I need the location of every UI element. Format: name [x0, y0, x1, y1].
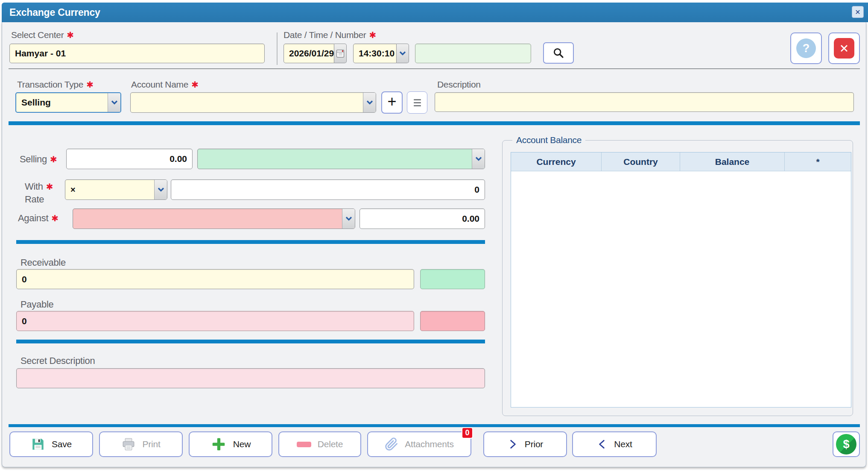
column-header-country[interactable]: Country [602, 152, 680, 171]
form-divider-blue [16, 240, 485, 244]
add-account-button[interactable]: + [381, 91, 403, 114]
print-button[interactable]: Print [99, 431, 183, 457]
description-input[interactable] [435, 92, 854, 112]
calendar-icon [336, 49, 345, 58]
chevron-down-icon [475, 157, 482, 161]
help-icon: ? [796, 38, 816, 58]
payable-input[interactable]: 0 [16, 311, 414, 331]
calendar-button[interactable] [334, 44, 347, 63]
date-time-number-label: Date / Time / Number✱ [283, 30, 376, 40]
titlebar: Exchange Currency ✕ [2, 3, 868, 22]
selling-currency-select[interactable] [197, 149, 485, 169]
chevron-down-icon [111, 100, 118, 105]
prior-button[interactable]: Prior [483, 431, 567, 457]
date-input[interactable]: 2026/01/29 [283, 44, 334, 63]
rate-operator-dropdown-arrow[interactable] [154, 180, 167, 199]
new-button[interactable]: New [189, 431, 272, 457]
account-name-label: Account Name✱ [131, 79, 199, 90]
search-button[interactable] [543, 42, 574, 64]
attachments-button[interactable]: Attachments 0 [367, 431, 471, 457]
save-icon [31, 437, 45, 451]
receivable-label: Receivable [20, 257, 66, 268]
help-button[interactable]: ? [790, 32, 822, 64]
column-header-currency[interactable]: Currency [511, 152, 602, 171]
against-currency-dropdown-arrow[interactable] [342, 209, 355, 229]
dollar-icon: $ [836, 434, 856, 454]
close-icon: ✕ [834, 38, 854, 59]
toolbar-divider [9, 424, 860, 427]
selling-currency-dropdown-arrow[interactable] [472, 149, 485, 169]
plus-icon [210, 436, 227, 452]
required-marker: ✱ [86, 79, 93, 90]
secret-description-input[interactable] [16, 368, 485, 388]
account-balance-table-header: Currency Country Balance * [511, 152, 851, 171]
time-input[interactable]: 14:30:10 [353, 44, 397, 63]
select-center-input[interactable]: Hamyar - 01 [9, 44, 265, 63]
required-marker: ✱ [369, 30, 376, 40]
delete-button[interactable]: Delete [278, 431, 361, 457]
selling-label: Selling✱ [20, 154, 57, 165]
search-icon [552, 47, 564, 59]
minus-icon [297, 442, 311, 447]
account-balance-legend: Account Balance [512, 135, 585, 145]
account-name-select[interactable] [130, 92, 376, 113]
select-center-label: Select Center✱ [11, 30, 74, 40]
account-balance-table: Currency Country Balance * [511, 152, 851, 408]
rate-input[interactable]: 0 [171, 179, 485, 200]
close-dialog-button[interactable]: ✕ [828, 32, 860, 64]
titlebar-close-button[interactable]: ✕ [852, 6, 864, 18]
transaction-type-dropdown-arrow[interactable] [108, 93, 120, 112]
column-header-balance[interactable]: Balance [680, 152, 785, 171]
receivable-input[interactable]: 0 [16, 269, 414, 289]
section-divider-blue [9, 121, 860, 125]
against-currency-select[interactable] [73, 208, 355, 229]
chevron-down-icon [345, 217, 352, 221]
header-separator [277, 32, 278, 65]
payable-label: Payable [20, 299, 53, 310]
required-marker: ✱ [50, 154, 57, 164]
exchange-currency-window: Exchange Currency ✕ Select Center✱ Hamya… [0, 0, 868, 472]
rate-operator-select[interactable]: × [65, 179, 167, 200]
paperclip-icon [385, 437, 398, 451]
next-button[interactable]: Next [572, 431, 657, 457]
account-menu-button[interactable] [407, 91, 427, 114]
chevron-down-icon [399, 51, 406, 56]
print-icon [121, 437, 136, 451]
transaction-type-label: Transaction Type✱ [17, 79, 94, 90]
form-divider-blue-2 [16, 340, 485, 343]
plus-icon: + [387, 93, 396, 111]
selling-amount-input[interactable]: 0.00 [66, 149, 193, 169]
with-rate-label: With✱ Rate [25, 181, 53, 205]
section-divider [9, 68, 860, 70]
chevron-down-icon [158, 188, 164, 192]
required-marker: ✱ [191, 79, 198, 90]
titlebar-close-icon: ✕ [855, 8, 860, 16]
chevron-left-icon [596, 439, 608, 450]
account-name-dropdown-arrow[interactable] [363, 93, 376, 112]
window-title: Exchange Currency [9, 7, 100, 18]
secret-description-label: Secret Description [20, 355, 95, 366]
against-label: Against✱ [18, 213, 58, 224]
transaction-type-select[interactable]: Selling [15, 92, 121, 113]
description-label: Description [437, 79, 481, 90]
attachments-count-badge: 0 [462, 427, 473, 439]
required-marker: ✱ [67, 30, 73, 40]
currency-rates-button[interactable]: $ [833, 431, 860, 457]
payable-currency-box [420, 311, 485, 331]
menu-icon [414, 99, 421, 106]
against-amount-input[interactable]: 0.00 [359, 208, 485, 229]
required-marker: ✱ [46, 182, 53, 192]
chevron-down-icon [366, 100, 373, 105]
account-balance-table-body [511, 171, 851, 407]
required-marker: ✱ [51, 213, 58, 223]
time-dropdown-button[interactable] [397, 44, 409, 63]
chevron-right-icon [507, 439, 518, 450]
column-header-star[interactable]: * [785, 152, 851, 171]
save-button[interactable]: Save [9, 431, 93, 457]
number-input[interactable] [415, 44, 531, 63]
receivable-currency-box [420, 269, 485, 289]
